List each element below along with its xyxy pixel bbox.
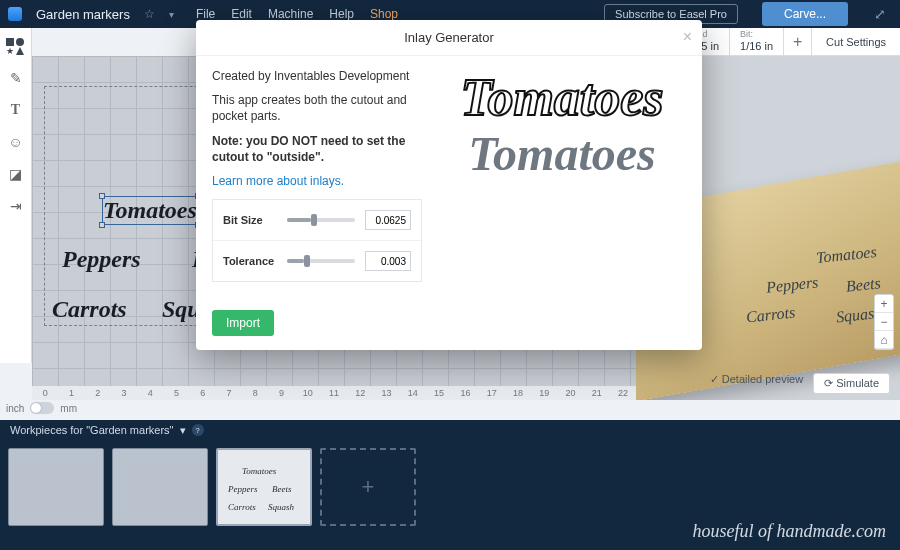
inlay-fill-preview: Tomatoes [468,130,656,178]
inlay-outline-preview: Tomatoes [460,72,663,124]
tolerance-slider[interactable] [287,259,355,263]
modal-left-panel: Created by Inventables Development This … [212,68,422,282]
modal-author: Created by Inventables Development [212,68,422,84]
bit-size-input[interactable] [365,210,411,230]
bit-size-label: Bit Size [223,214,277,226]
tolerance-row: Tolerance [213,241,421,281]
modal-close-button[interactable]: × [683,28,692,46]
bit-size-row: Bit Size [213,200,421,241]
tolerance-label: Tolerance [223,255,277,267]
learn-more-link[interactable]: Learn more about inlays. [212,174,344,188]
modal-preview: Tomatoes Tomatoes [438,68,686,282]
bit-size-slider[interactable] [287,218,355,222]
tolerance-input[interactable] [365,251,411,271]
modal-description: This app creates both the cutout and poc… [212,92,422,124]
modal-controls: Bit Size Tolerance [212,199,422,282]
modal-note: Note: you DO NOT need to set the cutout … [212,133,422,165]
import-button[interactable]: Import [212,310,274,336]
inlay-generator-modal: Inlay Generator × Created by Inventables… [196,20,702,350]
modal-title: Inlay Generator × [196,20,702,56]
